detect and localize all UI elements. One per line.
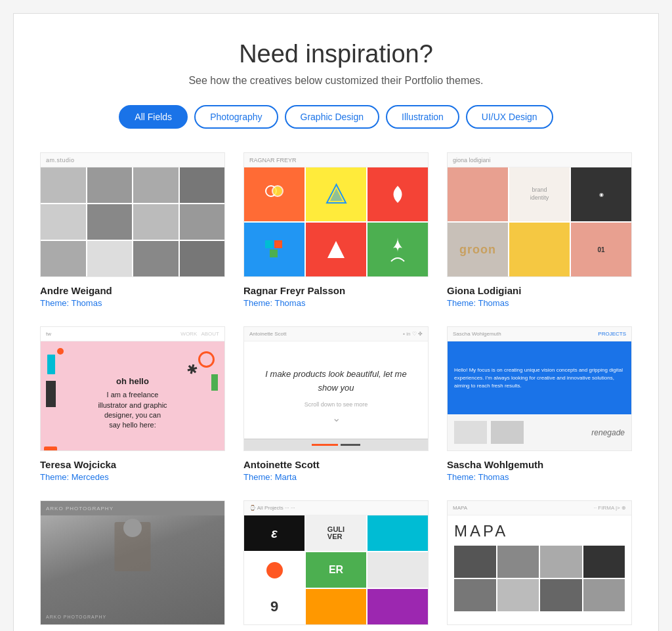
svg-point-1	[272, 186, 283, 196]
card4-image: tw WORK ABOUT oh hello I am a freelancei…	[40, 326, 225, 451]
card9-photo-grid	[454, 546, 625, 611]
filter-illustration[interactable]: Illustration	[386, 105, 459, 129]
card3-name: Giona Lodigiani	[447, 285, 632, 296]
card4-text: oh hello I am a freelanceillustrator and…	[91, 369, 173, 437]
card-antoinette[interactable]: Antoinette Scott ▪ in ♡ ✤ I make product…	[243, 326, 429, 482]
card1-header: am.studio	[41, 153, 224, 167]
filter-all-fields[interactable]: All Fields	[119, 105, 188, 129]
card-ragnar[interactable]: RAGNAR FREYR	[243, 152, 429, 308]
card5-bottom-bar	[244, 439, 428, 450]
card1-name: Andre Weigand	[40, 285, 225, 296]
card5-header: Antoinette Scott ▪ in ♡ ✤	[244, 327, 428, 341]
card4-name: Teresa Wojcicka	[40, 459, 225, 470]
card3-header: giona lodigiani	[448, 153, 631, 167]
card4-theme: Theme: Mercedes	[40, 472, 225, 482]
svg-rect-4	[265, 240, 273, 248]
card3-design-grid: brandidentity ◉ groon 01	[448, 167, 631, 276]
card3-image: giona lodigiani brandidentity ◉ groon	[447, 152, 632, 277]
card-arko[interactable]: ARKO PHOTOGRAPHY ARKO PHOTOGRAPHY	[40, 500, 225, 631]
card7-header: ARKO PHOTOGRAPHY	[41, 501, 224, 515]
card9-content: MAPA	[448, 515, 631, 624]
card5-theme: Theme: Marta	[243, 472, 429, 482]
card2-design-grid	[244, 167, 428, 276]
filter-bar: All Fields Photography Graphic Design Il…	[40, 105, 632, 129]
card-giona[interactable]: giona lodigiani brandidentity ◉ groon	[447, 152, 632, 308]
card1-photo-grid	[41, 167, 224, 276]
card4-illustration: oh hello I am a freelanceillustrator and…	[41, 341, 224, 451]
card1-image: am.studio	[40, 152, 225, 277]
card6-blue-section: Hello! My focus is on creating unique vi…	[448, 341, 631, 414]
card7-photo: ARKO PHOTOGRAPHY	[41, 515, 224, 624]
card6-name: Sascha Wohlgemuth	[447, 459, 632, 470]
svg-marker-3	[330, 188, 343, 201]
card-colorful-grid[interactable]: ⌚ All Projects ··· ··· ε GULIVER ER 9	[243, 500, 429, 631]
card-andre-weigand[interactable]: am.studio Andre Weigand Theme: Thomas	[40, 152, 225, 308]
card5-arrow-icon: ⌄	[332, 412, 341, 424]
card5-content: I make products look beautiful, let me s…	[244, 341, 428, 450]
page-title: Need inspiration?	[40, 40, 632, 68]
card7-image: ARKO PHOTOGRAPHY ARKO PHOTOGRAPHY	[40, 500, 225, 625]
page-wrapper: Need inspiration? See how the creatives …	[13, 13, 659, 631]
page-subtitle: See how the creatives below customized t…	[40, 75, 632, 87]
filter-photography[interactable]: Photography	[194, 105, 278, 129]
card9-image: MAPA ·· FIRMA |> ⊕ MAPA	[447, 500, 632, 625]
card2-theme: Theme: Thomas	[243, 298, 429, 308]
card9-title: MAPA	[454, 522, 625, 540]
svg-rect-6	[270, 250, 278, 257]
card4-header: tw WORK ABOUT	[41, 327, 224, 341]
card3-theme: Theme: Thomas	[447, 298, 632, 308]
card5-image: Antoinette Scott ▪ in ♡ ✤ I make product…	[243, 326, 429, 451]
svg-rect-5	[274, 240, 282, 248]
card9-header: MAPA ·· FIRMA |> ⊕	[448, 501, 631, 515]
card8-grid: ε GULIVER ER 9	[244, 515, 428, 624]
portfolio-grid: am.studio Andre Weigand Theme: Thomas RA…	[40, 152, 632, 631]
card6-image: Sascha Wohlgemuth PROJECTS Hello! My foc…	[447, 326, 632, 451]
card6-renegade: renegade	[528, 428, 625, 437]
page-header: Need inspiration? See how the creatives …	[40, 40, 632, 87]
card-sascha[interactable]: Sascha Wohlgemuth PROJECTS Hello! My foc…	[447, 326, 632, 482]
card2-header: RAGNAR FREYR	[244, 153, 428, 167]
card-mapa[interactable]: MAPA ·· FIRMA |> ⊕ MAPA	[447, 500, 632, 631]
card1-theme: Theme: Thomas	[40, 298, 225, 308]
card6-theme: Theme: Thomas	[447, 472, 632, 482]
card6-bottom-section: renegade	[448, 414, 631, 450]
card2-name: Ragnar Freyr Palsson	[243, 285, 429, 296]
card6-content: Sascha Wohlgemuth PROJECTS Hello! My foc…	[448, 327, 631, 450]
card8-image: ⌚ All Projects ··· ··· ε GULIVER ER 9	[243, 500, 429, 625]
card5-tagline: I make products look beautiful, let me s…	[251, 368, 421, 395]
filter-graphic-design[interactable]: Graphic Design	[285, 105, 380, 129]
card8-header: ⌚ All Projects ··· ···	[244, 501, 428, 515]
card5-name: Antoinette Scott	[243, 459, 429, 470]
card-teresa[interactable]: tw WORK ABOUT oh hello I am a freelancei…	[40, 326, 225, 482]
card6-header: Sascha Wohlgemuth PROJECTS	[448, 327, 631, 341]
filter-ui-ux[interactable]: UI/UX Design	[466, 105, 553, 129]
card5-sub: Scroll down to see more	[304, 401, 368, 408]
card2-image: RAGNAR FREYR	[243, 152, 429, 277]
